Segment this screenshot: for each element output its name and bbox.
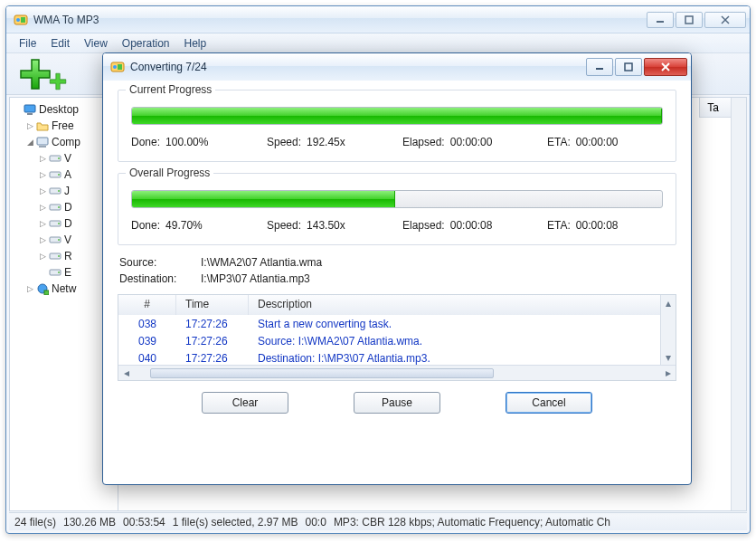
- list-scrollbar[interactable]: [731, 98, 746, 510]
- overall-progress-group: Overall Progress Done:49.70% Speed:143.5…: [118, 173, 676, 245]
- log-row[interactable]: 03917:27:26Source: I:\WMA2\07 Atlantia.w…: [118, 332, 660, 349]
- current-progress-legend: Current Progress: [126, 83, 215, 96]
- overall-progress-fill: [132, 191, 395, 207]
- svg-point-1: [16, 18, 20, 22]
- log-hscroll[interactable]: ◂ ▸: [118, 365, 676, 380]
- log-col-desc[interactable]: Description: [249, 295, 676, 315]
- tree-drive[interactable]: ▷V: [12, 232, 116, 248]
- status-format: MP3: CBR 128 kbps; Automatic Frequency; …: [334, 516, 610, 529]
- svg-rect-28: [44, 291, 49, 295]
- overall-eta-value: 00:00:08: [576, 219, 619, 232]
- menu-view[interactable]: View: [79, 35, 113, 52]
- log-row[interactable]: 03817:27:26Start a new converting task.: [118, 315, 660, 332]
- tree-free[interactable]: ▷Free: [12, 118, 116, 134]
- cancel-button[interactable]: Cancel: [506, 392, 592, 414]
- dialog-title: Converting 7/24: [130, 61, 586, 73]
- dialog-minimize-button[interactable]: [586, 58, 613, 76]
- computer-icon: [35, 135, 50, 149]
- status-selected: 1 file(s) selected, 2.97 MB: [173, 516, 298, 529]
- folder-icon: [35, 119, 50, 133]
- tree-drive[interactable]: ▷A: [12, 167, 116, 183]
- main-title: WMA To MP3: [33, 14, 647, 26]
- main-titlebar[interactable]: WMA To MP3: [6, 6, 750, 33]
- converting-dialog: Converting 7/24 Current Progress Done:10…: [102, 52, 692, 485]
- log-col-num[interactable]: #: [118, 295, 176, 315]
- clear-button[interactable]: Clear: [202, 392, 288, 414]
- menu-edit[interactable]: Edit: [45, 35, 75, 52]
- svg-point-12: [58, 157, 60, 159]
- status-files: 24 file(s): [14, 516, 56, 529]
- status-size: 130.26 MB: [63, 516, 116, 529]
- log-table: # Time Description 03817:27:26Start a ne…: [118, 294, 676, 381]
- dialog-titlebar[interactable]: Converting 7/24: [103, 53, 691, 81]
- source-value: I:\WMA2\07 Atlantia.wma: [201, 256, 322, 269]
- current-elapsed-label: Elapsed:: [402, 136, 445, 148]
- tree-computer[interactable]: ◢Comp: [12, 134, 116, 150]
- destination-label: Destination:: [119, 272, 201, 285]
- svg-rect-8: [27, 113, 33, 115]
- add-files-small-icon[interactable]: [53, 57, 68, 91]
- current-eta-label: ETA:: [547, 136, 571, 148]
- tree-desktop[interactable]: Desktop: [12, 101, 116, 118]
- main-close-button[interactable]: [704, 12, 746, 28]
- overall-done-value: 49.70%: [165, 219, 203, 232]
- svg-point-24: [58, 255, 60, 257]
- scroll-thumb[interactable]: [150, 368, 494, 378]
- tree-drive[interactable]: ▷V: [12, 150, 116, 167]
- scroll-right-icon[interactable]: ▸: [660, 366, 676, 381]
- svg-rect-7: [24, 105, 35, 112]
- source-label: Source:: [119, 256, 201, 269]
- menu-help[interactable]: Help: [179, 35, 213, 52]
- statusbar: 24 file(s) 130.26 MB 00:53:54 1 file(s) …: [9, 512, 747, 530]
- current-done-value: 100.00%: [165, 136, 208, 148]
- dialog-app-icon: [110, 60, 125, 74]
- menu-file[interactable]: File: [14, 35, 42, 52]
- scroll-left-icon[interactable]: ◂: [118, 366, 134, 381]
- scroll-down-icon[interactable]: ▾: [661, 349, 676, 365]
- drive-icon: [48, 200, 62, 214]
- tree-drive[interactable]: ▷R: [12, 248, 116, 264]
- tree-drive[interactable]: ▷D: [12, 215, 116, 232]
- drive-icon: [48, 265, 62, 280]
- destination-value: I:\MP3\07 Atlantia.mp3: [201, 272, 310, 285]
- dialog-maximize-button[interactable]: [615, 58, 642, 76]
- svg-rect-2: [21, 17, 25, 23]
- current-elapsed-value: 00:00:00: [450, 136, 493, 148]
- list-column-tail[interactable]: Ta: [699, 98, 726, 117]
- log-row[interactable]: 04017:27:26Destination: I:\MP3\07 Atlant…: [118, 349, 660, 365]
- main-minimize-button[interactable]: [647, 12, 674, 28]
- current-eta-value: 00:00:00: [576, 136, 619, 148]
- tree-drive[interactable]: ▷D: [12, 199, 116, 215]
- svg-point-14: [58, 174, 60, 176]
- overall-eta-label: ETA:: [547, 219, 571, 232]
- main-maximize-button[interactable]: [676, 12, 703, 28]
- log-col-time[interactable]: Time: [176, 295, 249, 315]
- svg-point-26: [58, 272, 60, 273]
- log-header[interactable]: # Time Description: [118, 295, 676, 315]
- current-progress-bar: [131, 107, 663, 125]
- svg-point-18: [58, 206, 60, 208]
- tree-drive[interactable]: E: [12, 264, 116, 281]
- menu-operation[interactable]: Operation: [117, 35, 175, 52]
- overall-elapsed-value: 00:00:08: [450, 219, 493, 232]
- overall-speed-value: 143.50x: [307, 219, 345, 232]
- pause-button[interactable]: Pause: [354, 392, 440, 414]
- main-menu: File Edit View Operation Help: [6, 33, 750, 53]
- network-icon: [35, 281, 50, 296]
- drive-icon: [48, 151, 62, 166]
- monitor-icon: [23, 102, 37, 117]
- drive-icon: [48, 216, 62, 231]
- svg-rect-9: [37, 138, 48, 145]
- log-vscroll[interactable]: ▴ ▾: [660, 295, 676, 365]
- drive-icon: [48, 184, 62, 198]
- tree-drive[interactable]: ▷J: [12, 183, 116, 199]
- scroll-up-icon[interactable]: ▴: [661, 295, 676, 310]
- overall-progress-bar: [131, 190, 663, 208]
- overall-done-label: Done:: [131, 219, 160, 232]
- overall-progress-legend: Overall Progress: [126, 167, 213, 179]
- svg-rect-10: [39, 146, 46, 148]
- tree-network[interactable]: ▷Netw: [12, 281, 116, 297]
- dialog-close-button[interactable]: [644, 58, 687, 76]
- current-progress-group: Current Progress Done:100.00% Speed:192.…: [118, 90, 676, 162]
- svg-rect-33: [625, 63, 632, 71]
